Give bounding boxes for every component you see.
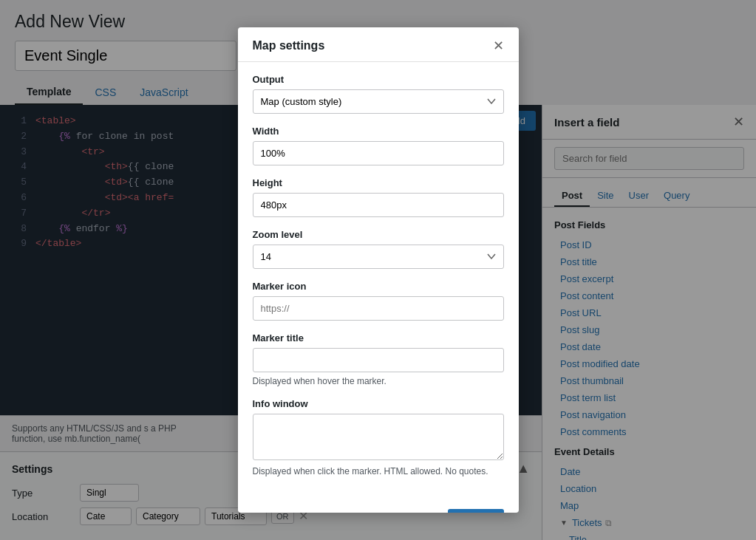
map-settings-modal: Map settings ✕ Output Map (custom style)… xyxy=(238,27,519,513)
output-label: Output xyxy=(253,74,504,85)
width-label: Width xyxy=(253,126,504,137)
marker-icon-input[interactable] xyxy=(253,296,504,321)
marker-title-input[interactable] xyxy=(253,348,504,372)
modal-overlay: Map settings ✕ Output Map (custom style)… xyxy=(0,0,756,540)
marker-icon-label: Marker icon xyxy=(253,281,504,292)
marker-title-label: Marker title xyxy=(253,332,504,344)
marker-title-hint: Displayed when hover the marker. xyxy=(253,376,504,386)
modal-insert-button[interactable]: Insert xyxy=(448,509,503,513)
modal-title: Map settings xyxy=(253,39,325,52)
zoom-select[interactable]: 14 1 5 10 15 18 xyxy=(253,245,504,269)
height-input[interactable] xyxy=(253,193,504,217)
info-window-label: Info window xyxy=(253,398,504,409)
width-input[interactable] xyxy=(253,141,504,165)
info-window-hint: Displayed when click the marker. HTML al… xyxy=(253,466,504,476)
zoom-label: Zoom level xyxy=(253,229,504,240)
output-select[interactable]: Map (custom style) Map (default) Coordin… xyxy=(253,89,504,114)
info-window-textarea[interactable] xyxy=(253,414,504,460)
height-label: Height xyxy=(253,177,504,188)
modal-close-button[interactable]: ✕ xyxy=(493,39,504,52)
